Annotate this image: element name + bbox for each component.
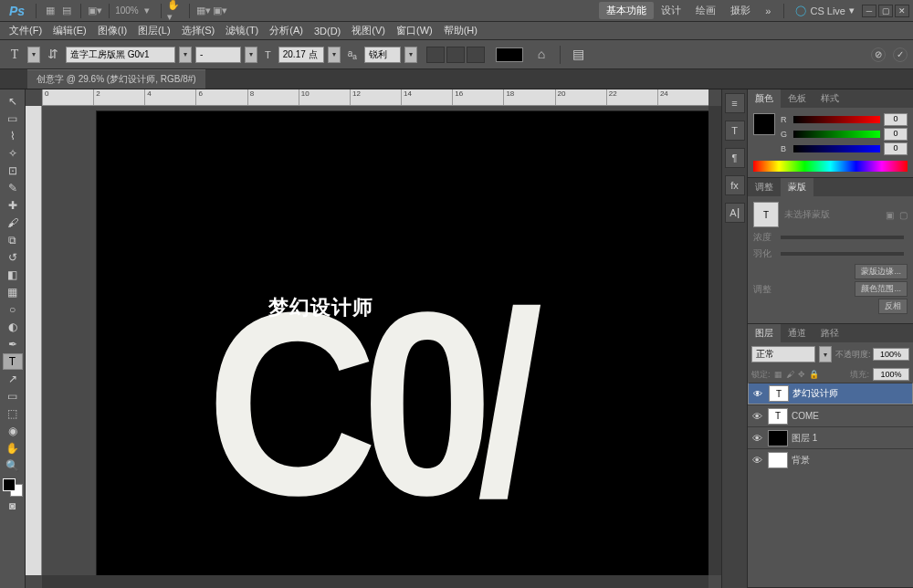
wand-tool-icon[interactable]: ✧ bbox=[3, 145, 23, 162]
lock-pos-icon[interactable]: ✥ bbox=[798, 370, 805, 379]
dock-para-icon[interactable]: ¶ bbox=[725, 148, 745, 168]
font-style-dd-icon[interactable]: ▾ bbox=[245, 47, 257, 63]
tool-preset-dd[interactable]: ▾ bbox=[27, 47, 40, 63]
warp-text-icon[interactable]: ⌂ bbox=[532, 46, 551, 64]
screen-mode-icon[interactable]: ▣▾ bbox=[212, 3, 228, 19]
workspace-basic[interactable]: 基本功能 bbox=[599, 2, 654, 19]
crop-tool-icon[interactable]: ⊡ bbox=[3, 163, 23, 179]
history-brush-icon[interactable]: ↺ bbox=[3, 249, 23, 266]
dock-align-icon[interactable]: Aǀ bbox=[725, 203, 745, 223]
layer-name[interactable]: 图层 1 bbox=[792, 432, 817, 445]
visibility-icon[interactable]: 👁 bbox=[750, 411, 764, 422]
marquee-tool-icon[interactable]: ▭ bbox=[3, 110, 23, 127]
text-layer-overlay[interactable]: 梦幻设计师 bbox=[268, 294, 373, 321]
move-tool-icon[interactable]: ↖ bbox=[3, 93, 23, 110]
menu-window[interactable]: 窗口(W) bbox=[391, 24, 438, 37]
commit-icon[interactable]: ✓ bbox=[893, 47, 908, 62]
window-max-icon[interactable]: ▢ bbox=[878, 5, 893, 17]
antialias-dd-icon[interactable]: ▾ bbox=[404, 47, 417, 63]
font-family-select[interactable]: 造字工房版黑 G0v1 bbox=[66, 47, 175, 63]
align-right-icon[interactable] bbox=[467, 47, 485, 63]
tab-channels[interactable]: 通道 bbox=[781, 324, 813, 342]
color-swatches[interactable] bbox=[3, 478, 23, 497]
layer-row[interactable]: 👁 T 梦幻设计师 bbox=[748, 383, 913, 404]
mask-range-button[interactable]: 颜色范围... bbox=[855, 281, 908, 297]
menu-3d[interactable]: 3D(D) bbox=[309, 26, 346, 37]
tab-styles[interactable]: 样式 bbox=[813, 89, 846, 108]
menu-analysis[interactable]: 分析(A) bbox=[264, 24, 309, 37]
feather-slider[interactable] bbox=[781, 252, 904, 256]
gradient-tool-icon[interactable]: ▦ bbox=[3, 284, 23, 300]
pixel-mask-icon[interactable]: ▣ bbox=[886, 210, 894, 220]
tab-adjust[interactable]: 调整 bbox=[748, 178, 781, 196]
window-close-icon[interactable]: ✕ bbox=[895, 5, 909, 17]
cslive-button[interactable]: ◯CS Live▾ bbox=[790, 5, 860, 16]
menu-view[interactable]: 视图(V) bbox=[346, 24, 391, 37]
heal-tool-icon[interactable]: ✚ bbox=[3, 197, 23, 214]
visibility-icon[interactable]: 👁 bbox=[750, 455, 764, 466]
lasso-tool-icon[interactable]: ⌇ bbox=[3, 128, 23, 144]
path-tool-icon[interactable]: ↗ bbox=[3, 371, 23, 387]
tab-paths[interactable]: 路径 bbox=[813, 324, 846, 342]
layer-row[interactable]: 👁 T COME bbox=[748, 404, 913, 426]
char-panel-icon[interactable]: ▤ bbox=[570, 46, 588, 64]
workspace-paint[interactable]: 绘画 bbox=[688, 2, 723, 19]
menu-help[interactable]: 帮助(H) bbox=[438, 24, 483, 37]
stamp-tool-icon[interactable]: ⧉ bbox=[3, 232, 23, 248]
cancel-icon[interactable]: ⊘ bbox=[871, 47, 886, 62]
hand-tool-icon[interactable]: ✋ bbox=[3, 440, 23, 457]
menu-file[interactable]: 文件(F) bbox=[4, 24, 47, 37]
fill-input[interactable] bbox=[873, 368, 909, 381]
blur-tool-icon[interactable]: ○ bbox=[3, 301, 23, 318]
value-r[interactable]: 0 bbox=[884, 113, 908, 126]
workspace-design[interactable]: 设计 bbox=[654, 2, 688, 19]
antialias-select[interactable]: 锐利 bbox=[364, 47, 401, 63]
brush-tool-icon[interactable]: 🖌 bbox=[3, 215, 23, 231]
mask-invert-button[interactable]: 反相 bbox=[878, 299, 908, 314]
density-slider[interactable] bbox=[781, 236, 904, 239]
layer-name[interactable]: 背景 bbox=[792, 454, 810, 467]
window-min-icon[interactable]: ─ bbox=[862, 5, 876, 17]
document-tab[interactable]: 创意字 @ 29.6% (梦幻设计师, RGB/8#) bbox=[27, 69, 205, 89]
quickmask-icon[interactable]: ◙ bbox=[3, 498, 23, 514]
font-style-select[interactable]: - bbox=[195, 47, 241, 63]
lock-all-icon[interactable]: 🔒 bbox=[809, 370, 819, 379]
layer-row[interactable]: 👁 背景 bbox=[748, 448, 913, 470]
minibridge-icon[interactable]: ▤ bbox=[58, 3, 75, 19]
shape-tool-icon[interactable]: ▭ bbox=[3, 388, 23, 404]
dock-history-icon[interactable]: ≡ bbox=[725, 93, 745, 113]
font-size-dd-icon[interactable]: ▾ bbox=[328, 47, 341, 63]
tool-indicator-text-icon[interactable]: T bbox=[5, 46, 24, 64]
layer-name[interactable]: 梦幻设计师 bbox=[792, 387, 838, 400]
canvas[interactable]: 梦幻设计师 C0/ bbox=[42, 106, 708, 575]
blend-mode-select[interactable]: 正常 bbox=[751, 346, 815, 362]
opacity-input[interactable] bbox=[873, 348, 909, 361]
orient-icon[interactable]: ⇵ bbox=[44, 46, 62, 64]
mask-edge-button[interactable]: 蒙版边缘... bbox=[855, 264, 908, 279]
align-center-icon[interactable] bbox=[446, 47, 465, 63]
workspace-photo[interactable]: 摄影 bbox=[723, 2, 758, 19]
layer-thumb[interactable]: T bbox=[769, 385, 789, 402]
tab-layers[interactable]: 图层 bbox=[748, 324, 781, 342]
slider-r[interactable] bbox=[793, 116, 880, 123]
tab-color[interactable]: 颜色 bbox=[748, 89, 781, 108]
pen-tool-icon[interactable]: ✒ bbox=[3, 336, 23, 352]
slider-b[interactable] bbox=[793, 145, 880, 152]
slider-g[interactable] bbox=[793, 131, 880, 138]
font-family-dd-icon[interactable]: ▾ bbox=[179, 47, 192, 63]
layer-thumb[interactable] bbox=[768, 430, 788, 446]
align-left-icon[interactable] bbox=[426, 47, 445, 63]
hand-icon[interactable]: ✋▾ bbox=[167, 3, 184, 19]
zoom-level[interactable]: 100% bbox=[115, 3, 139, 19]
font-size-input[interactable]: 20.17 点 bbox=[278, 47, 324, 63]
zoom-dd-icon[interactable]: ▾ bbox=[139, 3, 155, 19]
dodge-tool-icon[interactable]: ◐ bbox=[3, 319, 23, 335]
lock-trans-icon[interactable]: ▦ bbox=[774, 370, 782, 379]
text-tool-icon[interactable]: T bbox=[3, 353, 23, 370]
menu-filter[interactable]: 滤镜(T) bbox=[220, 24, 264, 37]
tab-swatches[interactable]: 色板 bbox=[781, 89, 813, 108]
visibility-icon[interactable]: 👁 bbox=[750, 433, 764, 444]
blend-dd-icon[interactable]: ▾ bbox=[819, 346, 832, 362]
lock-paint-icon[interactable]: 🖌 bbox=[786, 370, 794, 379]
text-color-swatch[interactable] bbox=[496, 47, 523, 62]
